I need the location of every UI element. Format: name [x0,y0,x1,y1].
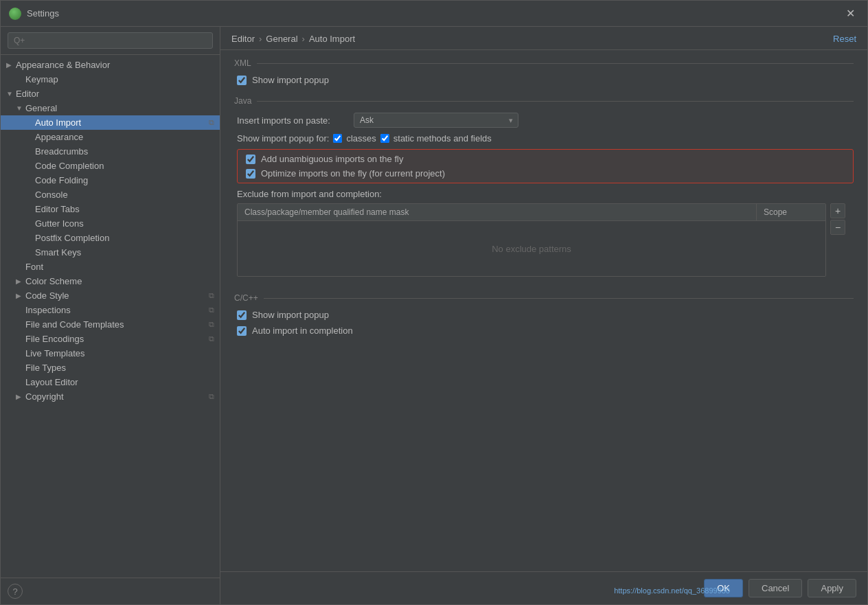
cpp-auto-import-checkbox[interactable] [237,326,247,336]
sidebar-item-code-completion[interactable]: Code Completion [1,159,220,173]
sidebar-item-inspections[interactable]: Inspections⧉ [1,303,220,317]
add-unambiguous-label[interactable]: Add unambiguous imports on the fly [261,154,403,164]
exclude-table: Class/package/member qualified name mask… [237,203,826,277]
remove-pattern-button[interactable]: − [830,220,845,235]
sidebar-item-code-folding[interactable]: Code Folding [1,173,220,187]
sidebar-label-postfix-completion: Postfix Completion [35,233,214,243]
arrow-code-style: ▶ [16,292,25,299]
sidebar-item-appearance[interactable]: Appearance [1,130,220,144]
sidebar-label-gutter-icons: Gutter Icons [35,218,214,229]
sidebar-label-appearance-behavior: Appearance & Behavior [16,60,214,70]
xml-show-import-row: Show import popup [234,75,854,85]
optimize-imports-label[interactable]: Optimize imports on the fly (for current… [261,168,445,179]
arrow-color-scheme: ▶ [16,277,25,285]
breadcrumb: Editor › General › Auto Import [231,34,355,44]
sidebar-item-file-encodings[interactable]: File Encodings⧉ [1,332,220,346]
side-icon-auto-import: ⧉ [209,118,214,127]
xml-show-import-checkbox[interactable] [237,76,247,85]
breadcrumb-autoimport: Auto Import [309,34,355,44]
insert-imports-label: Insert imports on paste: [237,115,347,126]
static-methods-checkbox[interactable] [380,134,389,143]
sidebar-item-live-templates[interactable]: Live Templates [1,346,220,361]
sidebar-label-auto-import: Auto Import [35,117,206,128]
sidebar-label-file-and-code-templates: File and Code Templates [25,319,206,330]
panel-header: Editor › General › Auto Import Reset [220,27,867,50]
sidebar-label-keymap: Keymap [25,74,214,84]
sidebar-item-auto-import[interactable]: Auto Import⧉ [1,115,220,130]
arrow-appearance-behavior: ▶ [6,61,16,69]
breadcrumb-general: General [266,34,297,44]
exclude-section: Exclude from import and completion: Clas… [234,189,854,277]
sidebar-item-file-and-code-templates[interactable]: File and Code Templates⧉ [1,317,220,332]
sidebar-label-color-scheme: Color Scheme [25,276,214,286]
sidebar-item-layout-editor[interactable]: Layout Editor [1,375,220,389]
apply-button[interactable]: Apply [808,579,856,597]
highlighted-box: Add unambiguous imports on the fly Optim… [237,149,854,183]
sidebar-label-code-folding: Code Folding [35,175,214,185]
sidebar-item-smart-keys[interactable]: Smart Keys [1,245,220,260]
side-icon-file-encodings: ⧉ [209,334,214,343]
titlebar: Settings ✕ [1,1,867,27]
window-title: Settings [27,8,842,19]
sidebar-item-color-scheme[interactable]: ▶Color Scheme [1,274,220,288]
reset-button[interactable]: Reset [833,34,856,44]
sidebar: ▶Appearance & BehaviorKeymap▼Editor▼Gene… [1,27,220,604]
bottom-bar: https://blog.csdn.net/qq_36899930 OK Can… [220,571,867,604]
search-bar [1,27,220,55]
exclude-table-body: No exclude patterns [238,221,825,276]
cpp-show-popup-checkbox[interactable] [237,310,247,320]
cpp-auto-import-label[interactable]: Auto import in completion [252,326,353,336]
sidebar-item-editor-tabs[interactable]: Editor Tabs [1,202,220,216]
cancel-button[interactable]: Cancel [749,579,802,597]
sidebar-item-general[interactable]: ▼General [1,101,220,115]
sidebar-label-console: Console [35,190,214,200]
sidebar-label-copyright: Copyright [25,391,206,402]
cpp-show-popup-label[interactable]: Show import popup [252,310,329,320]
col-scope-header: Scope [757,204,825,220]
arrow-editor: ▼ [6,90,16,98]
sidebar-label-smart-keys: Smart Keys [35,247,214,258]
sidebar-item-keymap[interactable]: Keymap [1,72,220,87]
sidebar-item-breadcrumbs[interactable]: Breadcrumbs [1,144,220,159]
arrow-general: ▼ [16,104,25,112]
sidebar-label-live-templates: Live Templates [25,348,214,358]
java-section-label: Java [234,96,854,106]
sidebar-label-file-encodings: File Encodings [25,334,206,344]
url-hint: https://blog.csdn.net/qq_36899930 [614,586,730,595]
search-input[interactable] [8,32,213,49]
sidebar-label-code-completion: Code Completion [35,161,214,171]
add-unambiguous-row: Add unambiguous imports on the fly [243,154,847,164]
help-button[interactable]: ? [8,584,23,599]
close-button[interactable]: ✕ [842,5,859,21]
panel-body: XML Show import popup Java Insert import… [220,50,867,571]
add-pattern-button[interactable]: + [830,203,845,218]
side-icon-file-and-code-templates: ⧉ [209,320,214,329]
sidebar-item-postfix-completion[interactable]: Postfix Completion [1,231,220,245]
sidebar-item-console[interactable]: Console [1,187,220,202]
sidebar-item-file-types[interactable]: File Types [1,361,220,375]
sidebar-item-font[interactable]: Font [1,260,220,274]
exclude-label: Exclude from import and completion: [234,189,854,199]
sidebar-item-copyright[interactable]: ▶Copyright⧉ [1,389,220,404]
xml-show-import-label[interactable]: Show import popup [252,75,329,85]
add-unambiguous-checkbox[interactable] [246,155,255,164]
sidebar-item-editor[interactable]: ▼Editor [1,87,220,101]
side-icon-inspections: ⧉ [209,306,214,315]
sidebar-label-code-style: Code Style [25,290,206,301]
classes-checkbox[interactable] [333,134,342,143]
static-methods-label[interactable]: static methods and fields [393,133,492,144]
breadcrumb-sep2: › [302,34,305,44]
sidebar-bottom: ? [1,578,220,604]
optimize-imports-checkbox[interactable] [246,169,255,179]
sidebar-item-appearance-behavior[interactable]: ▶Appearance & Behavior [1,58,220,72]
side-icon-copyright: ⧉ [209,392,214,401]
sidebar-item-gutter-icons[interactable]: Gutter Icons [1,216,220,231]
sidebar-label-editor: Editor [16,89,214,99]
sidebar-item-code-style[interactable]: ▶Code Style⧉ [1,288,220,303]
sidebar-tree: ▶Appearance & BehaviorKeymap▼Editor▼Gene… [1,55,220,578]
sidebar-label-breadcrumbs: Breadcrumbs [35,146,214,157]
sidebar-label-inspections: Inspections [25,305,206,315]
classes-label[interactable]: classes [346,133,376,144]
sidebar-label-file-types: File Types [25,363,214,373]
insert-imports-select[interactable]: Ask Always Never [354,113,518,128]
